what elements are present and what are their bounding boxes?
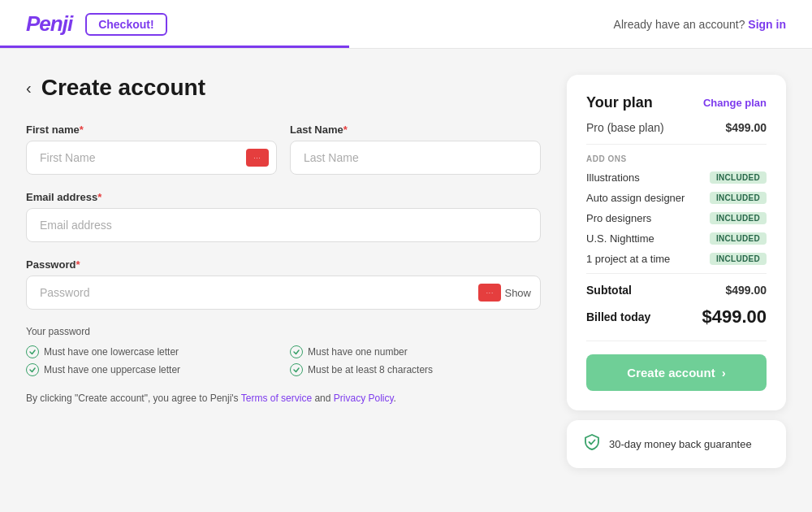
addon-name: Pro designers xyxy=(586,212,651,224)
arrow-right-icon: › xyxy=(722,366,726,380)
first-name-icon-btn[interactable]: ··· xyxy=(246,149,269,167)
addon-row: Pro designers INCLUDED xyxy=(586,212,767,224)
form-section: ‹ Create account First name* ··· Last Na… xyxy=(26,75,541,468)
change-plan-link[interactable]: Change plan xyxy=(703,97,767,109)
terms-link[interactable]: Terms of service xyxy=(241,393,312,404)
show-label: Show xyxy=(504,287,531,299)
guarantee-text: 30-day money back guarantee xyxy=(609,438,752,450)
show-password-button[interactable]: ··· Show xyxy=(478,284,531,302)
first-name-wrapper: ··· xyxy=(26,141,277,175)
subtotal-value: $499.00 xyxy=(725,284,767,297)
add-ons-label: ADD ONS xyxy=(586,154,767,163)
first-name-label: First name* xyxy=(26,124,277,136)
last-name-input[interactable] xyxy=(290,141,541,175)
page-title-row: ‹ Create account xyxy=(26,75,541,101)
email-wrapper xyxy=(26,208,541,242)
req-icon-uppercase xyxy=(26,363,39,376)
req-text-number: Must have one number xyxy=(308,346,408,358)
email-group: Email address* xyxy=(26,191,541,242)
addon-row: U.S. Nighttime INCLUDED xyxy=(586,232,767,245)
addons-list: Illustrations INCLUDED Auto assign desig… xyxy=(586,171,767,265)
billed-row: Billed today $499.00 xyxy=(586,306,767,341)
shield-icon xyxy=(583,433,601,455)
addon-badge: INCLUDED xyxy=(710,212,767,224)
progress-bar xyxy=(0,46,349,48)
terms-text: By clicking "Create account", you agree … xyxy=(26,393,541,404)
privacy-link[interactable]: Privacy Policy xyxy=(334,393,394,404)
divider-1 xyxy=(586,144,767,145)
last-name-label: Last Name* xyxy=(290,124,541,136)
req-item-uppercase: Must have one uppercase letter xyxy=(26,363,277,376)
addon-name: Auto assign designer xyxy=(586,192,685,204)
plan-title: Your plan xyxy=(586,94,653,111)
checkout-badge: Checkout! xyxy=(85,13,166,36)
addon-row: Auto assign designer INCLUDED xyxy=(586,192,767,204)
password-label: Password* xyxy=(26,258,541,271)
password-group: Password* ··· Show xyxy=(26,258,541,310)
create-account-btn-label: Create account xyxy=(627,366,715,380)
logo: Penji xyxy=(26,11,72,37)
password-hint: Your password xyxy=(26,326,541,337)
guarantee-card: 30-day money back guarantee xyxy=(567,420,786,468)
addon-row: 1 project at a time INCLUDED xyxy=(586,253,767,265)
addon-name: Illustrations xyxy=(586,171,640,184)
email-input[interactable] xyxy=(26,208,541,242)
terms-suffix: . xyxy=(394,393,396,404)
last-name-group: Last Name* xyxy=(290,124,541,175)
addon-badge: INCLUDED xyxy=(710,171,767,184)
addon-badge: INCLUDED xyxy=(710,192,767,204)
plan-price: $499.00 xyxy=(725,121,767,134)
main-layout: ‹ Create account First name* ··· Last Na… xyxy=(0,49,812,494)
dots-icon: ··· xyxy=(253,154,261,162)
req-text-uppercase: Must have one uppercase letter xyxy=(44,364,180,375)
already-account-text: Already have an account? xyxy=(614,18,745,31)
email-label: Email address* xyxy=(26,191,541,203)
billed-value: $499.00 xyxy=(702,306,767,328)
requirements-grid: Must have one lowercase letter Must have… xyxy=(26,345,541,376)
req-item-lowercase: Must have one lowercase letter xyxy=(26,345,277,358)
req-item-number: Must have one number xyxy=(290,345,541,358)
addon-name: 1 project at a time xyxy=(586,253,670,265)
last-name-wrapper xyxy=(290,141,541,175)
eye-icon: ··· xyxy=(478,284,501,302)
first-name-input[interactable] xyxy=(26,141,277,175)
create-account-button[interactable]: Create account › xyxy=(586,354,767,391)
plan-header: Your plan Change plan xyxy=(586,94,767,111)
addon-badge: INCLUDED xyxy=(710,232,767,245)
subtotal-row: Subtotal $499.00 xyxy=(586,273,767,297)
addon-name: U.S. Nighttime xyxy=(586,232,654,245)
first-name-group: First name* ··· xyxy=(26,124,277,175)
plan-row: Pro (base plan) $499.00 xyxy=(586,121,767,134)
page-title: Create account xyxy=(41,75,205,101)
plan-name: Pro (base plan) xyxy=(586,121,664,134)
name-row: First name* ··· Last Name* xyxy=(26,124,541,175)
req-icon-number xyxy=(290,345,303,358)
terms-middle: and xyxy=(312,393,334,404)
password-input[interactable] xyxy=(26,276,541,310)
req-text-lowercase: Must have one lowercase letter xyxy=(44,346,179,358)
req-icon-length xyxy=(290,363,303,376)
back-arrow[interactable]: ‹ xyxy=(26,79,32,98)
subtotal-label: Subtotal xyxy=(586,284,632,297)
req-icon-lowercase xyxy=(26,345,39,358)
password-wrapper: ··· Show xyxy=(26,276,541,310)
sign-in-link[interactable]: Sign in xyxy=(748,18,786,31)
order-card: Your plan Change plan Pro (base plan) $4… xyxy=(567,75,786,410)
billed-label: Billed today xyxy=(586,310,650,323)
req-text-length: Must be at least 8 characters xyxy=(308,364,433,375)
header-left: Penji Checkout! xyxy=(26,11,167,37)
header-right: Already have an account? Sign in xyxy=(614,18,786,31)
addon-badge: INCLUDED xyxy=(710,253,767,265)
addon-row: Illustrations INCLUDED xyxy=(586,171,767,184)
header: Penji Checkout! Already have an account?… xyxy=(0,0,812,49)
terms-prefix: By clicking "Create account", you agree … xyxy=(26,393,241,404)
req-item-length: Must be at least 8 characters xyxy=(290,363,541,376)
order-panel: Your plan Change plan Pro (base plan) $4… xyxy=(567,75,786,468)
